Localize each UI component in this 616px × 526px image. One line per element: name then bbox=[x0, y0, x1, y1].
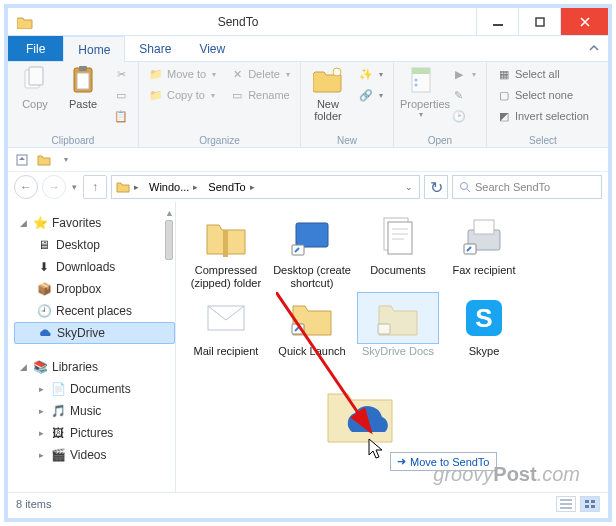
tree-skydrive[interactable]: SkyDrive bbox=[14, 322, 175, 344]
new-item-button[interactable]: ✨▾ bbox=[355, 64, 387, 84]
svg-rect-5 bbox=[79, 66, 87, 71]
new-folder-button[interactable]: New folder bbox=[307, 64, 349, 122]
watermark: groovyPost.com bbox=[433, 463, 580, 486]
content-pane[interactable]: Compressed (zipped) folder Desktop (crea… bbox=[176, 202, 608, 492]
qat-folder-icon[interactable] bbox=[36, 152, 52, 168]
svg-point-10 bbox=[414, 79, 417, 82]
tree-favorites[interactable]: ◢⭐Favorites bbox=[14, 212, 175, 234]
paste-shortcut-button[interactable]: 📋 bbox=[110, 106, 132, 126]
tree-videos[interactable]: ▸🎬Videos bbox=[14, 444, 175, 466]
address-dropdown-icon[interactable]: ⌄ bbox=[399, 182, 419, 192]
tree-pictures[interactable]: ▸🖼Pictures bbox=[14, 422, 175, 444]
videos-icon: 🎬 bbox=[50, 447, 66, 463]
ribbon-tabs: File Home Share View bbox=[8, 36, 608, 62]
tree-recent[interactable]: 🕘Recent places bbox=[14, 300, 175, 322]
history-dropdown-icon[interactable]: ▾ bbox=[70, 182, 79, 192]
ribbon-group-select: ▦Select all ▢Select none ◩Invert selecti… bbox=[487, 62, 599, 147]
documents-icon: 📄 bbox=[50, 381, 66, 397]
libraries-icon: 📚 bbox=[32, 359, 48, 375]
svg-rect-1 bbox=[536, 18, 544, 26]
qat-up-icon[interactable] bbox=[14, 152, 30, 168]
invert-selection-button[interactable]: ◩Invert selection bbox=[493, 106, 593, 126]
tab-view[interactable]: View bbox=[185, 36, 239, 61]
tab-home[interactable]: Home bbox=[63, 36, 125, 62]
crumb-root-icon[interactable]: ▸ bbox=[112, 176, 145, 198]
delete-icon: ✕ bbox=[230, 67, 244, 81]
zip-folder-icon bbox=[186, 212, 266, 262]
item-desktop-shortcut[interactable]: Desktop (create shortcut) bbox=[272, 212, 352, 289]
back-button[interactable]: ← bbox=[14, 175, 38, 199]
tab-share[interactable]: Share bbox=[125, 36, 185, 61]
history-icon: 🕑 bbox=[452, 109, 466, 123]
svg-rect-21 bbox=[474, 220, 494, 234]
tree-dropbox[interactable]: 📦Dropbox bbox=[14, 278, 175, 300]
copy-button[interactable]: Copy bbox=[14, 64, 56, 110]
view-icons-button[interactable] bbox=[580, 496, 600, 512]
scrollbar-thumb[interactable] bbox=[165, 220, 173, 260]
view-details-button[interactable] bbox=[556, 496, 576, 512]
svg-text:S: S bbox=[475, 303, 492, 333]
tab-file[interactable]: File bbox=[8, 36, 63, 61]
svg-rect-3 bbox=[29, 67, 43, 85]
select-none-button[interactable]: ▢Select none bbox=[493, 85, 593, 105]
item-skype[interactable]: S Skype bbox=[444, 293, 524, 358]
svg-rect-15 bbox=[296, 223, 328, 247]
breadcrumb[interactable]: Windo...▸ bbox=[145, 176, 204, 198]
cut-button[interactable]: ✂ bbox=[110, 64, 132, 84]
new-folder-icon bbox=[307, 64, 349, 96]
svg-rect-6 bbox=[77, 73, 89, 89]
tree-music[interactable]: ▸🎵Music bbox=[14, 400, 175, 422]
collapse-ribbon-icon[interactable] bbox=[580, 36, 608, 61]
minimize-button[interactable] bbox=[476, 8, 518, 35]
move-arrow-icon: ➜ bbox=[397, 455, 406, 468]
tree-desktop[interactable]: 🖥Desktop bbox=[14, 234, 175, 256]
tree-libraries[interactable]: ◢📚Libraries bbox=[14, 356, 175, 378]
select-all-button[interactable]: ▦Select all bbox=[493, 64, 593, 84]
item-quick-launch[interactable]: Quick Launch bbox=[272, 293, 352, 358]
close-button[interactable] bbox=[560, 8, 608, 35]
pictures-icon: 🖼 bbox=[50, 425, 66, 441]
new-item-icon: ✨ bbox=[359, 67, 373, 81]
item-mail-recipient[interactable]: Mail recipient bbox=[186, 293, 266, 358]
copy-icon bbox=[14, 64, 56, 96]
breadcrumb[interactable]: SendTo▸ bbox=[204, 176, 260, 198]
svg-rect-0 bbox=[493, 24, 503, 26]
easy-access-button[interactable]: 🔗▾ bbox=[355, 85, 387, 105]
svg-rect-25 bbox=[378, 324, 390, 334]
dropbox-icon: 📦 bbox=[36, 281, 52, 297]
qat-dropdown-icon[interactable]: ▾ bbox=[58, 152, 74, 168]
move-to-button[interactable]: 📁Move to▾ bbox=[145, 64, 220, 84]
forward-button[interactable]: → bbox=[42, 175, 66, 199]
up-button[interactable]: ↑ bbox=[83, 175, 107, 199]
paste-icon bbox=[62, 64, 104, 96]
address-bar[interactable]: ▸ Windo...▸ SendTo▸ ⌄ bbox=[111, 175, 420, 199]
cursor-icon bbox=[368, 438, 386, 460]
open-button[interactable]: ▶▾ bbox=[448, 64, 480, 84]
ribbon-group-open: Properties▾ ▶▾ ✎ 🕑 Open bbox=[394, 62, 487, 147]
tree-downloads[interactable]: ⬇Downloads bbox=[14, 256, 175, 278]
edit-button[interactable]: ✎ bbox=[448, 85, 480, 105]
search-icon bbox=[459, 181, 471, 193]
copy-path-button[interactable]: ▭ bbox=[110, 85, 132, 105]
recent-icon: 🕘 bbox=[36, 303, 52, 319]
paste-button[interactable]: Paste bbox=[62, 64, 104, 110]
item-documents[interactable]: Documents bbox=[358, 212, 438, 289]
shortcut-icon: 📋 bbox=[114, 109, 128, 123]
tree-documents[interactable]: ▸📄Documents bbox=[14, 378, 175, 400]
refresh-button[interactable]: ↻ bbox=[424, 175, 448, 199]
open-icon: ▶ bbox=[452, 67, 466, 81]
delete-button[interactable]: ✕Delete▾ bbox=[226, 64, 294, 84]
svg-rect-32 bbox=[591, 505, 595, 508]
rename-button[interactable]: ▭Rename bbox=[226, 85, 294, 105]
item-fax-recipient[interactable]: Fax recipient bbox=[444, 212, 524, 289]
folder-shortcut-icon bbox=[272, 293, 352, 343]
maximize-button[interactable] bbox=[518, 8, 560, 35]
search-box[interactable]: Search SendTo bbox=[452, 175, 602, 199]
history-button[interactable]: 🕑 bbox=[448, 106, 480, 126]
copy-to-button[interactable]: 📁Copy to▾ bbox=[145, 85, 220, 105]
item-skydrive-docs[interactable]: SkyDrive Docs bbox=[358, 293, 438, 358]
properties-button[interactable]: Properties▾ bbox=[400, 64, 442, 119]
folder-shortcut-icon bbox=[358, 293, 438, 343]
item-compressed-folder[interactable]: Compressed (zipped) folder bbox=[186, 212, 266, 289]
item-count: 8 items bbox=[16, 498, 51, 510]
